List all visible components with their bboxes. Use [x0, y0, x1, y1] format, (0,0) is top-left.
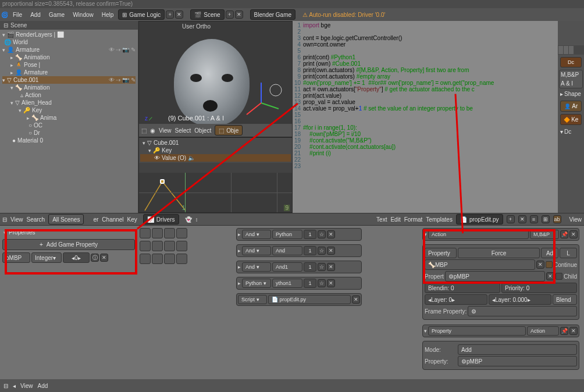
- menu-add[interactable]: Add: [27, 10, 44, 19]
- text-add[interactable]: +: [507, 215, 515, 223]
- code-line[interactable]: 10#own['prop_name'] += 1 ##or## own['pro…: [293, 80, 558, 86]
- panel-mbp[interactable]: M,B&PA & I: [559, 70, 583, 88]
- code-line[interactable]: 4own=cont.owner: [293, 41, 558, 48]
- layout-add[interactable]: +: [166, 10, 174, 19]
- s4[interactable]: [176, 241, 187, 251]
- graph-menu-channel[interactable]: Channel: [102, 216, 123, 223]
- prop-tabs[interactable]: [558, 45, 584, 55]
- graph-canvas[interactable]: 1 9: [139, 173, 292, 212]
- child-check[interactable]: [555, 273, 562, 280]
- layerweight-field[interactable]: ◂ Layer: 0.000 ▸: [489, 294, 551, 305]
- frameprop-field[interactable]: ⚙: [468, 306, 577, 316]
- text-opt2[interactable]: ⊞: [542, 215, 550, 223]
- mode-dd[interactable]: Add: [458, 344, 577, 355]
- outliner-row[interactable]: ●Material 0: [2, 137, 136, 144]
- controller-brick[interactable]: ▸And ▾And11☆✕: [236, 261, 362, 273]
- actuator-type[interactable]: Action: [428, 230, 529, 239]
- add-btn[interactable]: Ad: [541, 248, 558, 258]
- outliner-row[interactable]: ▾▽Alien_Head: [2, 99, 136, 106]
- text-del[interactable]: ✕: [518, 215, 526, 223]
- prop-clear[interactable]: ✕: [546, 272, 554, 280]
- controller-brick[interactable]: ▸And ▾And1☆✕: [236, 244, 362, 257]
- s8[interactable]: [176, 254, 187, 264]
- text-opt3[interactable]: ab: [553, 215, 561, 223]
- outliner-row[interactable]: ▾▽Cube.001👁 ⇢ 📷 ✎: [2, 76, 136, 84]
- prop-delete[interactable]: ✕: [100, 254, 108, 262]
- graph-editor[interactable]: ▾▽ Cube.001 ▾🔑 Key 👁 Value (O) 🔈 1 9: [138, 137, 293, 213]
- cursor-icon[interactable]: ↕: [195, 216, 198, 223]
- outliner-row[interactable]: ▸🧍Pose |: [2, 61, 136, 69]
- menu-help[interactable]: Help: [98, 10, 117, 19]
- outliner-row[interactable]: 🌐World: [2, 38, 136, 46]
- outliner-icon[interactable]: ⊟: [3, 22, 8, 28]
- ghost-icon[interactable]: 👻: [185, 216, 192, 223]
- expand-icon[interactable]: ◂: [13, 383, 16, 389]
- code-line[interactable]: 5: [293, 48, 558, 54]
- view3d-menu-object[interactable]: Object: [194, 127, 211, 134]
- code-line[interactable]: 22: [293, 156, 558, 163]
- outliner-row[interactable]: ▵Action: [2, 91, 136, 99]
- logic-editor-icon[interactable]: ⊟: [2, 216, 7, 223]
- blendmode-dd[interactable]: Blend: [553, 294, 577, 305]
- s6[interactable]: [152, 254, 163, 264]
- keyframe[interactable]: [160, 179, 165, 184]
- actu2-pin[interactable]: 📌: [560, 327, 568, 335]
- properties-panel-title[interactable]: ▾Properties: [2, 228, 135, 237]
- outliner-row[interactable]: ▸🦴Animation: [2, 54, 136, 61]
- editor-icon-footer[interactable]: ⊟: [3, 383, 8, 389]
- s1[interactable]: [140, 241, 151, 251]
- logic-menu-search[interactable]: Search: [27, 216, 45, 223]
- channel-object[interactable]: ▾▽ Cube.001: [140, 139, 291, 147]
- view3d-menu-view[interactable]: View: [159, 127, 172, 134]
- outliner-row[interactable]: ○OC: [2, 122, 136, 129]
- prop-name-field[interactable]: pMBP: [2, 252, 30, 263]
- menu-window[interactable]: Window: [69, 10, 97, 19]
- prop-type-dropdown[interactable]: Integer ▾: [31, 252, 62, 263]
- code-line[interactable]: 13prop_val = act.value: [293, 99, 558, 105]
- manipulator-gizmo[interactable]: [244, 80, 284, 120]
- s2[interactable]: [152, 241, 163, 251]
- s3[interactable]: [164, 241, 175, 251]
- panel-btn-ar[interactable]: 👤 Ar: [560, 101, 582, 112]
- shading-icon[interactable]: ◉: [150, 127, 155, 134]
- editor-type-icon[interactable]: ⬚: [141, 127, 147, 134]
- text-editor[interactable]: 1import bge23cont = bge.logic.getCurrent…: [293, 21, 558, 213]
- panel-btn-dc[interactable]: Dc: [560, 57, 582, 67]
- code-line[interactable]: 16: [293, 118, 558, 124]
- action-field[interactable]: 🦴 MBP: [425, 259, 535, 270]
- code-line[interactable]: 14act.value = prop_val+1 # set the value…: [293, 105, 558, 112]
- code-line[interactable]: 11act = own.actuators["Property"] # get …: [293, 86, 558, 92]
- blendin-field[interactable]: Blendin: 0: [425, 283, 500, 293]
- channel-key[interactable]: ▾🔑 Key: [140, 147, 291, 154]
- actu-pin[interactable]: 📌: [560, 230, 568, 238]
- code-line[interactable]: 12print(act.value): [293, 92, 558, 99]
- outliner-row[interactable]: ▾🦴Animation: [2, 84, 136, 91]
- code-line[interactable]: 2: [293, 28, 558, 35]
- outliner-row[interactable]: ▸👤Armature: [2, 69, 136, 76]
- scene-del[interactable]: ✕: [235, 10, 243, 19]
- layer-field[interactable]: ◂ Layer: 0 ▸: [425, 294, 487, 305]
- code-line[interactable]: 23: [293, 163, 558, 169]
- controller-brick[interactable]: Script ▾📄 propEdit.py✕: [236, 293, 362, 306]
- menu-file[interactable]: File: [9, 10, 26, 19]
- play-type[interactable]: Property: [425, 248, 457, 258]
- code-line[interactable]: 18 #own['pMBP'] = i/10: [293, 131, 558, 137]
- layout-del[interactable]: ✕: [175, 10, 183, 19]
- outliner-tree[interactable]: ▾🎬RenderLayers | ⬜🌐World▾👤Armature👁 ⇢ 📷 …: [0, 30, 138, 145]
- text-menu-format[interactable]: Format: [404, 216, 423, 223]
- link-sensors[interactable]: [164, 228, 175, 238]
- controller-brick[interactable]: ▸Python ▾ython11☆✕: [236, 277, 362, 290]
- view3d-menu-select[interactable]: Select: [175, 127, 191, 134]
- code-line[interactable]: 19 #cont.activate("M,B&P"): [293, 137, 558, 144]
- panel-btn-ke[interactable]: 🔶 Ke: [560, 114, 582, 125]
- property-field[interactable]: ⚙ pMBP: [458, 356, 577, 366]
- actuator2-type[interactable]: Property: [428, 326, 526, 336]
- actu-del[interactable]: ✕: [569, 230, 578, 238]
- outliner-row[interactable]: ▾👤Armature👁 ⇢ 📷 ✎: [2, 46, 136, 54]
- scene-add[interactable]: +: [226, 10, 234, 19]
- outliner-row[interactable]: ▾🔑Key: [2, 106, 136, 114]
- outliner-row[interactable]: ▾🎬RenderLayers | ⬜: [2, 31, 136, 38]
- channel-value[interactable]: 👁 Value (O) 🔈: [140, 154, 291, 162]
- layout-dropdown[interactable]: ⊞ Game Logic: [118, 9, 165, 20]
- graph-menu-key[interactable]: Key: [127, 216, 137, 223]
